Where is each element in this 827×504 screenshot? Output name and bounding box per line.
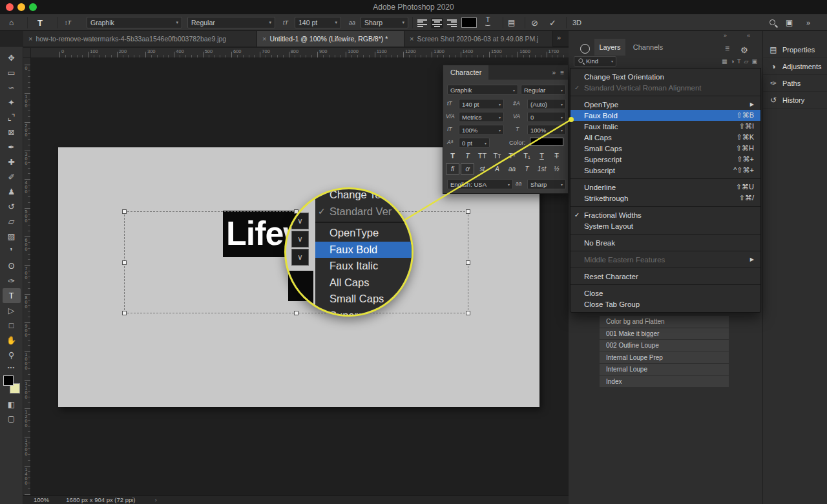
document-tab-2[interactable]: ×Untitled-1 @ 100% (Lifewire, RGB/8*) * bbox=[257, 31, 404, 47]
document-tab-3[interactable]: ×Screen Shot 2020-06-03 at 9.49.08 PM.j bbox=[404, 31, 553, 47]
frame-tool[interactable]: ⊠ bbox=[3, 125, 21, 140]
panel-collapse-icon[interactable]: « bbox=[747, 32, 750, 39]
selection-handle-top-left[interactable] bbox=[122, 209, 127, 214]
menu-item-no-break[interactable]: No Break bbox=[571, 237, 760, 248]
gradient-tool[interactable]: ▨ bbox=[3, 229, 21, 244]
contextual-alternates-button[interactable]: ơ bbox=[461, 163, 474, 174]
ligatures-button[interactable]: fi bbox=[446, 163, 459, 174]
panel-overflow-icon[interactable]: » bbox=[552, 69, 556, 76]
gear-icon[interactable]: ⚙ bbox=[740, 45, 748, 55]
status-chevron-icon[interactable]: › bbox=[155, 496, 157, 503]
dock-panel-adjustments[interactable]: ◑Adjustments bbox=[763, 58, 827, 75]
options-overflow-icon[interactable]: » bbox=[806, 14, 810, 31]
cp-kerning-select[interactable]: Metrics bbox=[459, 112, 504, 122]
brush-tool[interactable]: ✐ bbox=[3, 169, 21, 184]
eyedropper-tool[interactable]: ✒ bbox=[3, 140, 21, 154]
hand-tool[interactable]: ✋ bbox=[3, 333, 21, 348]
cp-font-family-select[interactable]: Graphik bbox=[447, 85, 518, 95]
dock-panel-properties[interactable]: ▤Properties bbox=[763, 41, 827, 58]
dodge-tool[interactable]: ʘ bbox=[3, 258, 21, 273]
lasso-tool[interactable]: ∽ bbox=[3, 80, 21, 95]
zoom-level[interactable]: 100% bbox=[34, 496, 49, 503]
pen-tool[interactable]: ✑ bbox=[3, 273, 21, 288]
tab-close-icon[interactable]: × bbox=[262, 35, 266, 43]
zoom-window-button[interactable] bbox=[29, 3, 37, 11]
menu-item-strikethrough[interactable]: Strikethrough⇧⌘/ bbox=[571, 193, 760, 204]
menu-item-superscript[interactable]: Superscript⇧⌘+ bbox=[571, 154, 760, 165]
cp-tracking-select[interactable]: 0 bbox=[527, 112, 566, 122]
edit-toolbar-icon[interactable]: ••• bbox=[0, 364, 23, 370]
dock-panel-paths[interactable]: ✑Paths bbox=[763, 75, 827, 92]
healing-brush-tool[interactable]: ✚ bbox=[3, 154, 21, 169]
underline-button[interactable]: T bbox=[535, 151, 549, 161]
home-icon[interactable]: ⌂ bbox=[9, 14, 14, 31]
cp-font-size-select[interactable]: 140 pt bbox=[459, 99, 504, 109]
history-state-001-make-it-bigger[interactable]: 001 Make it bigger bbox=[600, 328, 729, 340]
panel-menu-icon[interactable]: ≡ bbox=[725, 44, 729, 53]
crop-tool[interactable]: ⌞⌝ bbox=[3, 110, 21, 125]
swash-button[interactable]: A bbox=[490, 163, 504, 174]
panel-menu-icon[interactable]: ≡ bbox=[560, 69, 564, 76]
menu-item-system-layout[interactable]: System Layout bbox=[571, 220, 760, 231]
menu-item-faux-italic[interactable]: Faux Italic⇧⌘I bbox=[571, 121, 760, 132]
menu-item-subscript[interactable]: Subscript^⇧⌘+ bbox=[571, 165, 760, 176]
titling-alternates-button[interactable]: T bbox=[520, 163, 534, 174]
rectangle-tool[interactable]: □ bbox=[3, 318, 21, 333]
strikethrough-button[interactable]: T bbox=[550, 151, 563, 161]
zoom-tool[interactable]: ⚲ bbox=[3, 348, 21, 362]
toggle-panels-icon[interactable]: ▤ bbox=[508, 14, 515, 31]
blur-tool[interactable]: ❜ bbox=[3, 244, 21, 258]
cp-font-style-select[interactable]: Regular bbox=[521, 85, 566, 95]
selection-handle-middle-left[interactable] bbox=[122, 260, 127, 265]
align-center-button[interactable] bbox=[431, 18, 443, 28]
history-state-color-bg-and-flatten[interactable]: Color bg and Flatten bbox=[600, 316, 729, 328]
anti-alias-select[interactable]: Sharp bbox=[361, 17, 408, 28]
menu-item-faux-bold[interactable]: Faux Bold⇧⌘B bbox=[571, 110, 760, 121]
history-state-002-outline-loupe[interactable]: 002 Outline Loupe bbox=[600, 340, 729, 352]
quick-mask-icon[interactable]: ◧ bbox=[0, 397, 23, 412]
cp-horizontal-scale-select[interactable]: 100% bbox=[527, 125, 566, 135]
workspace-icon[interactable]: ▣ bbox=[786, 14, 793, 31]
menu-item-close-tab-group[interactable]: Close Tab Group bbox=[571, 299, 760, 310]
horizontal-ruler[interactable]: 0100200300400500600700800900100011001200… bbox=[31, 48, 569, 58]
tab-layers[interactable]: Layers bbox=[594, 39, 625, 56]
selection-handle-bottom-left[interactable] bbox=[122, 311, 127, 315]
font-family-select[interactable]: Graphik bbox=[87, 17, 182, 28]
filter-adjustment-layers-icon[interactable]: ◑ bbox=[731, 58, 734, 65]
history-brush-tool[interactable]: ↺ bbox=[3, 199, 21, 214]
clone-stamp-tool[interactable]: ♟ bbox=[3, 184, 21, 199]
menu-item-close[interactable]: Close bbox=[571, 288, 760, 299]
dock-panel-history[interactable]: ↺History bbox=[763, 92, 827, 109]
selection-handle-bottom-center[interactable] bbox=[294, 311, 298, 315]
selection-handle-bottom-right[interactable] bbox=[466, 311, 470, 315]
3d-button[interactable]: 3D bbox=[572, 14, 581, 31]
selection-handle-middle-right[interactable] bbox=[466, 260, 470, 265]
history-state-internal-loupe-prep[interactable]: Internal Loupe Prep bbox=[600, 352, 729, 364]
faux-italic-button[interactable]: T bbox=[461, 151, 474, 161]
cp-leading-select[interactable]: (Auto) bbox=[527, 99, 566, 109]
cp-color-swatch[interactable] bbox=[530, 138, 563, 146]
superscript-button[interactable]: T¹ bbox=[505, 151, 519, 161]
selection-handle-top-right[interactable] bbox=[466, 209, 470, 214]
tab-character[interactable]: Character bbox=[443, 65, 488, 79]
path-selection-tool[interactable]: ▷ bbox=[3, 303, 21, 318]
subscript-button[interactable]: T₁ bbox=[520, 151, 534, 161]
cp-baseline-select[interactable]: 0 pt bbox=[459, 138, 490, 148]
history-state-internal-loupe[interactable]: Internal Loupe bbox=[600, 364, 729, 375]
filter-shape-layers-icon[interactable]: ▱ bbox=[744, 58, 749, 65]
quick-selection-tool[interactable]: ✦ bbox=[3, 95, 21, 110]
marquee-tool[interactable]: ▭ bbox=[3, 65, 21, 80]
move-tool[interactable]: ✥ bbox=[3, 50, 21, 65]
cp-language-select[interactable]: English: USA bbox=[447, 179, 513, 189]
menu-item-all-caps[interactable]: All Caps⇧⌘K bbox=[571, 132, 760, 143]
menu-item-change-text-orientation[interactable]: Change Text Orientation bbox=[571, 71, 760, 82]
menu-item-opentype[interactable]: OpenType▶ bbox=[571, 99, 760, 110]
document-tab-1[interactable]: ×how-to-remove-watermarks-4-5b33aa1546e0… bbox=[23, 31, 257, 47]
type-tool[interactable]: T bbox=[3, 288, 21, 303]
history-state-index[interactable]: Index bbox=[600, 376, 729, 388]
text-color-swatch[interactable] bbox=[461, 14, 477, 31]
screen-mode-icon[interactable]: ▢ bbox=[0, 412, 23, 426]
cp-anti-alias-select[interactable]: Sharp bbox=[527, 179, 566, 189]
close-window-button[interactable] bbox=[6, 3, 14, 11]
font-style-select[interactable]: Regular bbox=[187, 17, 275, 28]
